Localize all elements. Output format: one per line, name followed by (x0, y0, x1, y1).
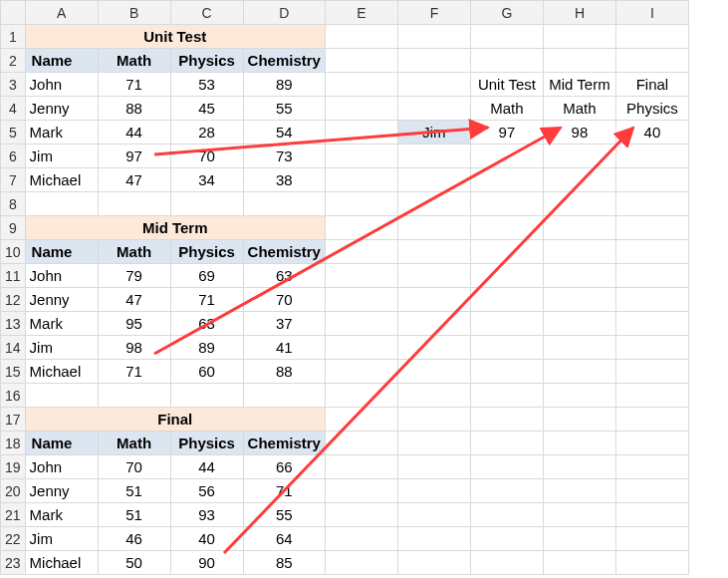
unit-head-name[interactable]: Name (25, 49, 98, 73)
cell[interactable] (543, 551, 615, 575)
lookup-val-2[interactable]: 98 (543, 121, 615, 144)
cell[interactable]: Mark (25, 312, 98, 336)
final-head-name[interactable]: Name (25, 432, 98, 455)
cell[interactable] (325, 503, 397, 527)
cell[interactable] (470, 168, 543, 192)
cell[interactable] (470, 25, 543, 49)
col-header-I[interactable]: I (615, 1, 688, 25)
cell[interactable] (615, 264, 688, 288)
cell[interactable] (543, 336, 615, 360)
cell[interactable]: 70 (243, 288, 325, 312)
cell[interactable] (615, 240, 688, 264)
cell[interactable] (470, 408, 543, 432)
cell[interactable]: 54 (243, 121, 325, 144)
unit-test-title[interactable]: Unit Test (25, 25, 325, 49)
mid-head-math[interactable]: Math (98, 240, 170, 264)
cell[interactable]: 60 (170, 360, 243, 384)
spreadsheet-grid[interactable]: A B C D E F G H I 1 Unit Test 2 Name Mat… (0, 0, 689, 575)
row-header-23[interactable]: 23 (1, 551, 26, 575)
cell[interactable]: 45 (170, 97, 243, 121)
cell[interactable]: John (25, 73, 98, 97)
cell[interactable] (397, 25, 470, 49)
cell[interactable]: 50 (98, 551, 170, 575)
col-header-B[interactable]: B (98, 1, 170, 25)
cell[interactable]: 97 (98, 144, 170, 168)
cell[interactable] (615, 527, 688, 551)
cell[interactable] (25, 192, 98, 216)
cell[interactable]: 38 (243, 168, 325, 192)
final-title[interactable]: Final (25, 408, 325, 432)
cell[interactable] (325, 527, 397, 551)
row-header-2[interactable]: 2 (1, 49, 26, 73)
cell[interactable]: 90 (170, 551, 243, 575)
cell[interactable]: 71 (243, 479, 325, 503)
cell[interactable]: Mark (25, 503, 98, 527)
col-header-E[interactable]: E (325, 1, 397, 25)
row-header-10[interactable]: 10 (1, 240, 26, 264)
cell[interactable] (615, 384, 688, 408)
cell[interactable] (325, 312, 397, 336)
row-header-17[interactable]: 17 (1, 408, 26, 432)
cell[interactable]: Jenny (25, 97, 98, 121)
cell[interactable]: 89 (243, 73, 325, 97)
cell[interactable] (325, 384, 397, 408)
cell[interactable]: Michael (25, 551, 98, 575)
cell[interactable] (470, 432, 543, 455)
cell[interactable] (543, 479, 615, 503)
cell[interactable]: 44 (98, 121, 170, 144)
cell[interactable] (470, 288, 543, 312)
cell[interactable] (615, 25, 688, 49)
cell[interactable] (397, 408, 470, 432)
row-header-5[interactable]: 5 (1, 121, 26, 144)
cell[interactable]: 63 (243, 264, 325, 288)
cell[interactable] (470, 527, 543, 551)
cell[interactable]: 71 (98, 73, 170, 97)
cell[interactable] (325, 192, 397, 216)
lookup-val-1[interactable]: 97 (470, 121, 543, 144)
cell[interactable] (615, 360, 688, 384)
cell[interactable]: 41 (243, 336, 325, 360)
cell[interactable] (543, 527, 615, 551)
cell[interactable] (325, 240, 397, 264)
cell[interactable] (470, 264, 543, 288)
cell[interactable] (397, 360, 470, 384)
cell[interactable] (615, 455, 688, 479)
cell[interactable]: Mark (25, 121, 98, 144)
cell[interactable]: Michael (25, 360, 98, 384)
cell[interactable]: 73 (243, 144, 325, 168)
cell[interactable] (615, 192, 688, 216)
cell[interactable] (397, 168, 470, 192)
cell[interactable] (397, 527, 470, 551)
cell[interactable] (470, 336, 543, 360)
final-head-math[interactable]: Math (98, 432, 170, 455)
cell[interactable]: 88 (243, 360, 325, 384)
cell[interactable] (397, 551, 470, 575)
cell[interactable] (470, 503, 543, 527)
row-header-18[interactable]: 18 (1, 432, 26, 455)
row-header-3[interactable]: 3 (1, 73, 26, 97)
cell[interactable] (470, 360, 543, 384)
cell[interactable] (543, 360, 615, 384)
cell[interactable] (470, 49, 543, 73)
mid-head-chemistry[interactable]: Chemistry (243, 240, 325, 264)
cell[interactable] (397, 336, 470, 360)
cell[interactable] (470, 312, 543, 336)
cell[interactable]: 71 (170, 288, 243, 312)
cell[interactable] (543, 49, 615, 73)
col-header-H[interactable]: H (543, 1, 615, 25)
cell[interactable] (170, 192, 243, 216)
cell[interactable]: 69 (170, 264, 243, 288)
cell[interactable] (615, 551, 688, 575)
cell[interactable] (325, 551, 397, 575)
cell[interactable]: 85 (243, 551, 325, 575)
cell[interactable]: 51 (98, 503, 170, 527)
cell[interactable] (615, 312, 688, 336)
cell[interactable] (325, 455, 397, 479)
cell[interactable] (615, 49, 688, 73)
cell[interactable] (615, 144, 688, 168)
cell[interactable] (543, 384, 615, 408)
cell[interactable] (470, 144, 543, 168)
cell[interactable] (470, 216, 543, 240)
cell[interactable] (325, 432, 397, 455)
cell[interactable] (325, 336, 397, 360)
